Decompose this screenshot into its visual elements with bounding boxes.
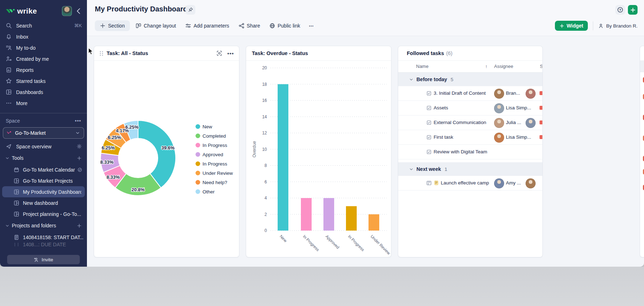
table-group-next-week[interactable]: Next week 1	[398, 162, 542, 176]
chevron-left-icon	[75, 7, 83, 15]
assignee-name[interactable]: Bran...	[506, 90, 520, 96]
main-area: My Productivity Dashboard Section Change…	[87, 0, 644, 267]
button-label: Public link	[278, 23, 300, 29]
sidebar-section-projects[interactable]: Projects and folders	[0, 219, 87, 232]
assignee-name[interactable]: Amy ...	[506, 180, 521, 186]
drag-handle-icon[interactable]	[99, 51, 104, 56]
sidebar-item-search[interactable]: Search ⌘K	[0, 20, 87, 31]
focus-icon[interactable]	[216, 50, 222, 56]
table-row[interactable]: AssetsLisa Simp...	[398, 101, 542, 115]
sidebar-item-starred-tasks[interactable]: Starred tasks	[0, 75, 87, 87]
sidebar-item-new-dashboard[interactable]: New dashboard	[0, 197, 87, 208]
assignee-name[interactable]: Lisa Simp...	[506, 105, 531, 110]
legend-label[interactable]: In Progress	[203, 143, 227, 148]
bar-new[interactable]	[278, 84, 288, 231]
task-name[interactable]: Launch effective camp	[441, 180, 489, 186]
table-row[interactable]: Review with Digital Team	[398, 145, 542, 159]
sidebar-collapse-button[interactable]	[75, 7, 83, 15]
user-avatar[interactable]	[62, 6, 72, 16]
global-add-button[interactable]	[628, 5, 638, 15]
sidebar-item-inbox[interactable]: Inbox	[0, 31, 87, 42]
table-row[interactable]: First taskLisa Simp...	[398, 130, 542, 145]
bar-approved[interactable]	[323, 198, 334, 231]
add-parameters-button[interactable]: Add parameters	[182, 20, 233, 31]
chevron-down-icon[interactable]	[409, 77, 414, 82]
widget-menu-button[interactable]: •••	[227, 50, 234, 56]
dashboard-author[interactable]: By Brandon R.	[598, 23, 638, 29]
legend-label[interactable]: Other	[203, 189, 215, 194]
assignee-avatar[interactable]	[494, 89, 504, 99]
sidebar-item-more[interactable]: More	[0, 98, 87, 109]
table-group-before-today[interactable]: Before today 5	[398, 73, 542, 86]
column-assignee[interactable]: Assignee	[494, 64, 513, 69]
shared-avatar[interactable]	[526, 118, 536, 128]
sort-up-icon[interactable]: ↑	[485, 64, 488, 69]
toolbar-more-button[interactable]: ⋯	[306, 20, 317, 31]
assignee-avatar[interactable]	[494, 103, 504, 113]
pin-button[interactable]	[186, 5, 195, 15]
legend-label[interactable]: In Progress	[203, 161, 227, 167]
chevron-down-icon[interactable]	[409, 167, 414, 172]
table-row[interactable]: Launch effective campAmy ...	[398, 176, 542, 191]
legend-label[interactable]: Under Review	[203, 171, 233, 176]
shared-avatar[interactable]	[526, 178, 536, 188]
invite-button[interactable]: Invite	[7, 255, 80, 264]
donut-slice-value: 8.33%	[100, 159, 113, 165]
sidebar-item-label: My Productivity Dashboard	[23, 189, 81, 195]
add-section-button[interactable]: Section	[95, 20, 130, 31]
assignee-avatar[interactable]	[494, 133, 504, 143]
task-name[interactable]: First task	[434, 134, 453, 140]
space-more-button[interactable]: •••	[75, 118, 81, 124]
assignee-avatar[interactable]	[494, 118, 504, 128]
space-switcher[interactable]: Go-To-Market	[3, 127, 84, 139]
sidebar-item-go-to-market-projects[interactable]: Go-To Market Projects	[0, 175, 87, 186]
bar-in-progress[interactable]	[346, 206, 357, 231]
task-icon	[426, 134, 432, 140]
sidebar-section-tools[interactable]: Tools	[0, 152, 87, 164]
dashboards-icon	[14, 211, 19, 217]
column-start-date[interactable]: Start date	[540, 64, 543, 69]
help-button[interactable]: ?	[615, 5, 625, 15]
share-button[interactable]: Share	[235, 20, 264, 31]
y-axis-label: Overdue	[252, 141, 257, 157]
sidebar-item-1408418158-start-dat[interactable]: 1408418158: START DAT...	[0, 232, 87, 243]
gear-icon[interactable]	[77, 144, 82, 149]
table-row[interactable]: External CommunicationJulia ...	[398, 115, 542, 130]
check-circle-icon	[77, 167, 82, 172]
public-link-button[interactable]: Public link	[266, 20, 304, 31]
legend-label[interactable]: Need help?	[203, 180, 227, 185]
wrike-logo[interactable]: wrike	[6, 7, 37, 15]
sidebar-item-space-overview[interactable]: Space overview	[0, 141, 87, 152]
sidebar-item-dashboards[interactable]: Dashboards	[0, 87, 87, 98]
created-by-me-icon	[6, 56, 12, 62]
sidebar-item-project-planning-go-to[interactable]: Project planning - Go-To...	[0, 208, 87, 219]
task-name[interactable]: 3. Initial Draft of Content	[434, 90, 486, 96]
assignee-name[interactable]: Julia ...	[506, 120, 521, 125]
sidebar-item-label: 1408418158: START DAT...	[23, 235, 83, 240]
task-name[interactable]: External Communication	[434, 120, 486, 125]
assignee-avatar[interactable]	[494, 178, 504, 188]
change-layout-button[interactable]: Change layout	[132, 20, 180, 31]
task-name[interactable]: Assets	[434, 105, 448, 110]
assignee-name[interactable]: Lisa Simp...	[506, 134, 531, 140]
legend-label[interactable]: Completed	[203, 133, 226, 139]
sidebar-item-created-by-me[interactable]: Created by me	[0, 53, 87, 64]
task-name[interactable]: Review with Digital Team	[434, 149, 487, 154]
column-name[interactable]: Name	[416, 64, 429, 69]
section-label: Projects and folders	[12, 223, 56, 228]
sidebar-item-clipped[interactable]: 1408...: DUE DATE	[0, 243, 87, 246]
add-widget-button[interactable]: Widget	[555, 21, 588, 31]
plus-icon[interactable]	[77, 223, 82, 228]
plus-icon	[560, 24, 564, 28]
sidebar-item-my-to-do[interactable]: My to-do	[0, 42, 87, 53]
bar-in-progress[interactable]	[301, 198, 312, 231]
bar-under-review[interactable]	[369, 214, 379, 231]
shared-avatar[interactable]	[526, 89, 536, 99]
plus-icon[interactable]	[77, 156, 82, 161]
legend-label[interactable]: Approved	[203, 152, 223, 157]
sidebar-item-reports[interactable]: Reports	[0, 64, 87, 75]
legend-label[interactable]: New	[203, 124, 212, 129]
sidebar-item-go-to-market-calendar[interactable]: Go-To Market Calendar	[0, 164, 87, 175]
table-row[interactable]: 3. Initial Draft of ContentBran...	[398, 86, 542, 101]
sidebar-item-my-productivity-dashboard[interactable]: My Productivity Dashboard	[2, 186, 85, 197]
